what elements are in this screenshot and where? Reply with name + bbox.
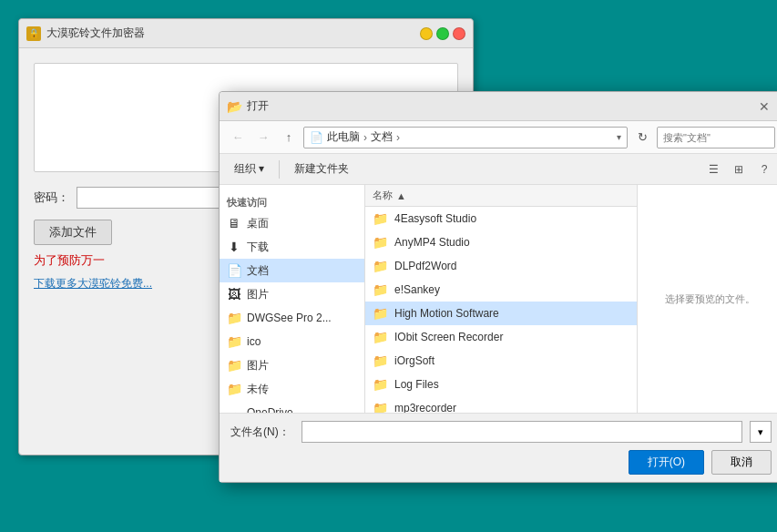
folder-icon: 📁 xyxy=(373,235,387,250)
file-open-dialog: 📂 打开 ✕ ← → ↑ 📄 此电脑 › 文档 › ▾ ↻ 组织 ▾ 新建文件夹… xyxy=(219,91,777,483)
up-button[interactable]: ↑ xyxy=(278,127,300,148)
file-name: DLPdf2Word xyxy=(394,260,456,272)
folder-icon: 📁 xyxy=(373,282,387,297)
minimize-btn[interactable] xyxy=(420,27,433,40)
folder-icon-4: 📁 xyxy=(227,382,241,396)
sort-icon: ▲ xyxy=(396,190,406,201)
file-name: 4Easysoft Studio xyxy=(394,212,476,225)
filename-row: 文件名(N)： ▾ xyxy=(230,421,772,443)
documents-icon: 📄 xyxy=(227,263,241,278)
file-name: High Motion Software xyxy=(394,307,499,320)
open-button[interactable]: 打开(O) xyxy=(629,450,704,475)
nav-item-ico[interactable]: 📁 ico xyxy=(220,330,364,353)
path-sep-1: › xyxy=(363,131,367,144)
file-item[interactable]: 📁 e!Sankey xyxy=(365,278,637,302)
filename-input[interactable] xyxy=(302,421,742,443)
downloads-icon: ⬇ xyxy=(227,240,241,254)
organize-button[interactable]: 组织 ▾ xyxy=(227,159,271,179)
nav-label-onedrive: OneDrive xyxy=(247,406,293,413)
column-name-label: 名称 xyxy=(373,189,393,202)
quick-access-header: 快速访问 xyxy=(220,189,364,211)
password-label: 密码： xyxy=(34,189,69,206)
refresh-button[interactable]: ↻ xyxy=(631,127,653,148)
file-item[interactable]: 📁 4Easysoft Studio xyxy=(365,207,637,230)
nav-item-unsent[interactable]: 📁 未传 xyxy=(220,377,364,401)
nav-item-pictures[interactable]: 🖼 图片 xyxy=(220,282,364,306)
nav-item-dwgsee[interactable]: 📁 DWGSee Pro 2... xyxy=(220,306,364,330)
nav-label-downloads: 下载 xyxy=(247,240,269,255)
file-item[interactable]: 📁 IObit Screen Recorder xyxy=(365,325,637,349)
dialog-title: 打开 xyxy=(247,98,753,114)
file-item[interactable]: 📁 iOrgSoft xyxy=(365,349,637,373)
path-icon: 📄 xyxy=(310,131,323,144)
preview-pane: 选择要预览的文件。 xyxy=(637,185,777,413)
view-grid-button[interactable]: ⊞ xyxy=(728,159,750,180)
nav-item-documents[interactable]: 📄 文档 xyxy=(220,259,364,282)
forward-button[interactable]: → xyxy=(252,127,274,148)
dialog-buttons: 打开(O) 取消 xyxy=(230,450,772,475)
dialog-main-area: 快速访问 🖥 桌面 ⬇ 下载 📄 文档 🖼 图片 📁 DWGSee Pro 2.… xyxy=(220,185,777,413)
bg-window-controls xyxy=(420,27,465,40)
folder-icon-1: 📁 xyxy=(227,311,241,325)
file-name: iOrgSoft xyxy=(394,354,435,367)
search-input[interactable] xyxy=(657,127,775,148)
maximize-btn[interactable] xyxy=(436,27,449,40)
address-path[interactable]: 📄 此电脑 › 文档 › ▾ xyxy=(303,127,628,148)
dialog-close-button[interactable]: ✕ xyxy=(753,96,775,118)
folder-icon: 📁 xyxy=(373,353,387,368)
new-folder-button[interactable]: 新建文件夹 xyxy=(287,159,356,179)
file-item[interactable]: 📁 mp3recorder xyxy=(365,396,637,413)
file-name: IObit Screen Recorder xyxy=(394,331,503,343)
nav-item-images[interactable]: 📁 图片 xyxy=(220,353,364,377)
nav-label-images: 图片 xyxy=(247,358,269,373)
folder-icon: 📁 xyxy=(373,330,387,344)
navigation-pane: 快速访问 🖥 桌面 ⬇ 下载 📄 文档 🖼 图片 📁 DWGSee Pro 2.… xyxy=(220,185,365,413)
back-button[interactable]: ← xyxy=(227,127,249,148)
desktop-icon: 🖥 xyxy=(227,216,241,230)
nav-label-documents: 文档 xyxy=(247,263,269,279)
file-name: AnyMP4 Studio xyxy=(394,236,470,249)
file-item-high-motion[interactable]: 📁 High Motion Software xyxy=(365,302,637,325)
folder-icon: 📁 xyxy=(373,401,387,413)
folder-icon: 📁 xyxy=(373,211,387,226)
bg-window-title: 大漠驼铃文件加密器 xyxy=(46,26,420,41)
nav-label-pictures: 图片 xyxy=(247,287,269,302)
folder-icon-2: 📁 xyxy=(227,334,241,349)
file-item[interactable]: 📁 Log Files xyxy=(365,373,637,396)
nav-label-dwgsee: DWGSee Pro 2... xyxy=(247,312,332,324)
pictures-icon: 🖼 xyxy=(227,287,241,302)
filetype-dropdown[interactable]: ▾ xyxy=(750,421,772,443)
password-input[interactable] xyxy=(77,187,222,209)
path-segment-pc: 此电脑 xyxy=(327,129,360,145)
cancel-button[interactable]: 取消 xyxy=(711,450,772,475)
folder-icon-3: 📁 xyxy=(227,358,241,373)
path-dropdown-icon[interactable]: ▾ xyxy=(617,132,621,142)
file-list-pane: 名称 ▲ 📁 4Easysoft Studio 📁 AnyMP4 Studio … xyxy=(365,185,637,413)
help-button[interactable]: ? xyxy=(753,159,775,180)
bg-app-icon: 🔒 xyxy=(26,26,41,41)
file-item[interactable]: 📁 AnyMP4 Studio xyxy=(365,230,637,254)
dialog-icon: 📂 xyxy=(227,99,241,114)
nav-label-desktop: 桌面 xyxy=(247,216,269,231)
view-toggle-button[interactable]: ☰ xyxy=(702,159,724,180)
file-name: mp3recorder xyxy=(394,402,456,413)
add-file-button[interactable]: 添加文件 xyxy=(34,220,112,245)
path-sep-2: › xyxy=(396,131,400,144)
folder-icon: 📁 xyxy=(373,377,387,392)
file-name: e!Sankey xyxy=(394,283,440,296)
onedrive-icon: ☁ xyxy=(227,405,241,413)
toolbar-separator xyxy=(279,160,280,179)
nav-label-ico: ico xyxy=(247,335,261,348)
file-item[interactable]: 📁 DLPdf2Word xyxy=(365,254,637,278)
close-btn[interactable] xyxy=(453,27,465,40)
dialog-bottom: 文件名(N)： ▾ 打开(O) 取消 xyxy=(220,413,777,482)
dialog-toolbar: 组织 ▾ 新建文件夹 ☰ ⊞ ? xyxy=(220,154,777,185)
toolbar-right: ☰ ⊞ ? xyxy=(702,159,775,180)
file-list-scroll[interactable]: 📁 4Easysoft Studio 📁 AnyMP4 Studio 📁 DLP… xyxy=(365,207,637,413)
nav-label-unsent: 未传 xyxy=(247,382,269,397)
nav-item-desktop[interactable]: 🖥 桌面 xyxy=(220,211,364,235)
nav-item-onedrive[interactable]: ☁ OneDrive xyxy=(220,401,364,413)
path-segment-docs: 文档 xyxy=(371,129,393,145)
dialog-titlebar: 📂 打开 ✕ xyxy=(220,92,777,121)
nav-item-downloads[interactable]: ⬇ 下载 xyxy=(220,235,364,259)
